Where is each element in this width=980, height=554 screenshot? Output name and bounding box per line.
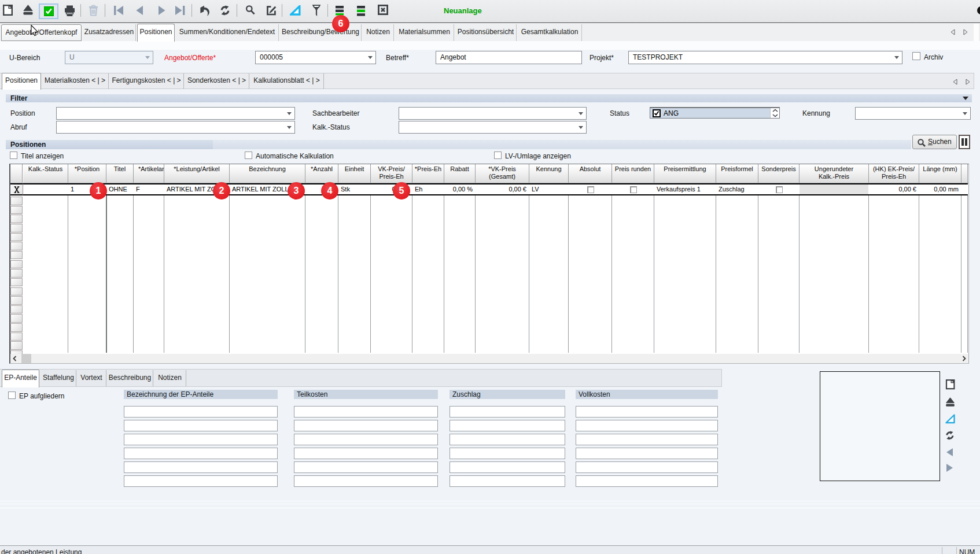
grid-colhdr-rabatt[interactable]: Rabatt <box>444 164 476 183</box>
grid-colhdr-absolut[interactable]: Absolut <box>569 164 612 183</box>
archiv-checkbox[interactable] <box>912 52 920 60</box>
ep-input-1-1[interactable] <box>294 420 438 431</box>
main-tab-6[interactable]: Materialsummen <box>395 24 454 41</box>
grid-colhdr-titel[interactable]: Titel <box>106 164 134 183</box>
grid-row-header[interactable] <box>10 251 23 260</box>
go-previous-icon[interactable] <box>135 5 146 17</box>
grid-colhdr-laenge[interactable]: Länge (mm) <box>919 164 961 183</box>
filter-abruf-combo[interactable] <box>56 121 295 134</box>
grid-colhdr-anzahl[interactable]: *Anzahl <box>305 164 338 183</box>
main-tab-8[interactable]: Gesamtkalkulation <box>518 24 582 41</box>
bottom-tab-3[interactable]: Beschreibung <box>107 370 153 386</box>
ep-input-2-5[interactable] <box>450 475 565 487</box>
grid-row-header[interactable] <box>10 242 23 250</box>
grid-row-header[interactable] <box>10 260 23 269</box>
grid-selected-row[interactable]: 1OHNEFARTIKEL MIT ZOLLZARTIKEL MIT ZOLLZ… <box>10 183 968 195</box>
grid-cell-kalkstatus[interactable] <box>23 184 68 194</box>
sub-tab-3[interactable]: Sonderkosten < | > <box>185 73 249 89</box>
grid-row-header[interactable] <box>10 305 23 314</box>
sub-tab-0[interactable]: Positionen <box>2 73 41 90</box>
status-spinner[interactable] <box>770 108 779 118</box>
grid-colhdr-bezeichnung[interactable]: Bezeichnung <box>230 164 305 183</box>
grid-colhdr-vkpreis_gesamt[interactable]: *VK-Preis (Gesamt) <box>476 164 529 183</box>
grid-row-header[interactable] <box>10 314 23 323</box>
bottom-tab-0[interactable]: EP-Anteile <box>2 370 39 387</box>
grid-cell-artikelart[interactable]: F <box>134 184 164 194</box>
grid-cell-sonderpreis[interactable] <box>776 186 783 193</box>
grid-colhdr-ekpreis[interactable]: (HK) EK-Preis/ Preis-Eh <box>869 164 919 183</box>
grid-row-header[interactable] <box>10 197 23 205</box>
ep-input-0-2[interactable] <box>124 434 278 445</box>
go-next-icon[interactable] <box>156 5 167 17</box>
filter-sachbearbeiter-combo[interactable] <box>399 107 587 120</box>
grid-horizontal-scrollbar[interactable] <box>10 354 968 363</box>
grid-cell-preiseh[interactable]: Eh <box>412 184 444 194</box>
side-new-document-icon[interactable] <box>945 379 956 390</box>
side-eject-icon[interactable] <box>945 397 956 408</box>
ep-input-2-3[interactable] <box>450 448 565 459</box>
refresh-icon[interactable] <box>220 5 231 17</box>
go-first-icon[interactable] <box>113 5 125 17</box>
grid-colhdr-preisermittlung[interactable]: Preisermittlung <box>654 164 716 183</box>
main-tab-4[interactable]: Beschreibung/Bewertung <box>280 24 362 41</box>
ep-input-1-2[interactable] <box>294 434 438 445</box>
edit-icon[interactable] <box>266 5 277 16</box>
grid-cell-titel[interactable]: OHNE <box>106 184 133 194</box>
grid-row-header[interactable] <box>10 287 23 296</box>
search-icon[interactable] <box>245 5 257 16</box>
ep-input-1-3[interactable] <box>294 448 438 459</box>
ep-input-2-2[interactable] <box>450 434 565 445</box>
grid-row-header[interactable] <box>10 333 23 341</box>
main-tab-2[interactable]: Positionen <box>137 24 175 42</box>
grid-cell-rest[interactable] <box>961 184 967 194</box>
side-refresh-icon[interactable] <box>945 431 956 441</box>
sub-tab-2[interactable]: Fertigungskosten < | > <box>109 73 184 89</box>
new-document-icon[interactable] <box>2 5 14 16</box>
lv-umlage-checkbox[interactable] <box>494 152 502 159</box>
scroll-right-icon[interactable] <box>959 354 968 363</box>
grid-colhdr-artikelart[interactable]: *Artikelart <box>134 164 164 183</box>
main-tab-5[interactable]: Notizen <box>363 24 394 41</box>
ep-input-3-2[interactable] <box>576 434 718 445</box>
grid-row-header[interactable] <box>10 233 23 242</box>
grid-colhdr-kalkstatus[interactable]: Kalk.-Status <box>23 164 68 183</box>
subtab-scroll-left-icon[interactable] <box>953 79 958 85</box>
ep-input-2-0[interactable] <box>450 406 565 418</box>
ep-input-0-1[interactable] <box>124 420 278 431</box>
grid-cell-einheit[interactable]: Stk <box>338 184 370 194</box>
ep-input-3-4[interactable] <box>576 461 718 473</box>
titel-anzeigen-checkbox[interactable] <box>10 152 17 159</box>
betreff-input[interactable]: Angebot <box>436 51 582 64</box>
ubereich-combo[interactable]: U <box>65 51 153 64</box>
grid-row-header[interactable] <box>10 341 23 350</box>
grid-colhdr-ungerundet[interactable]: Ungerundeter Kalk.-Preis <box>800 164 869 183</box>
ep-input-1-4[interactable] <box>294 461 438 473</box>
scrollbar-thumb[interactable] <box>21 354 31 363</box>
list-green-middle-icon[interactable] <box>356 5 368 17</box>
ep-input-1-0[interactable] <box>294 406 438 418</box>
measure-triangle-icon[interactable] <box>290 5 301 17</box>
grid-row-header[interactable] <box>10 215 23 223</box>
grid-colhdr-preisrunden[interactable]: Preis runden <box>612 164 654 183</box>
tab-scroll-left-icon[interactable] <box>950 29 956 35</box>
grid-colhdr-sonderpreis[interactable]: Sonderpreis <box>758 164 800 183</box>
sub-tab-1[interactable]: Materialkosten < | > <box>42 73 109 89</box>
main-tab-3[interactable]: Summen/Konditionen/Endetext <box>176 24 279 41</box>
projekt-combo[interactable]: TESTPROJEKT <box>628 51 902 64</box>
main-tab-0[interactable]: Angebots-/Offertenkopf <box>1 24 82 41</box>
filter-position-combo[interactable] <box>56 107 295 120</box>
ep-input-0-4[interactable] <box>124 461 278 473</box>
grid-cell-vkpreis_gesamt[interactable]: 0,00 € <box>476 184 529 194</box>
grid-cell-ekpreis[interactable]: 0,00 € <box>869 184 919 194</box>
grid-row-header[interactable] <box>10 224 23 232</box>
grid-colhdr-einheit[interactable]: Einheit <box>338 164 371 183</box>
ep-input-0-0[interactable] <box>124 406 278 418</box>
grid-colhdr-kennung[interactable]: Kennung <box>529 164 569 183</box>
ep-input-3-5[interactable] <box>576 475 718 487</box>
side-measure-triangle-icon[interactable] <box>945 414 956 424</box>
filter-funnel-icon[interactable] <box>312 5 324 16</box>
tab-scroll-right-icon[interactable] <box>963 29 968 35</box>
bottom-tab-4[interactable]: Notizen <box>154 370 186 386</box>
scroll-left-icon[interactable] <box>10 354 20 363</box>
grid-cell-preisformel[interactable]: Zuschlag <box>716 184 758 194</box>
